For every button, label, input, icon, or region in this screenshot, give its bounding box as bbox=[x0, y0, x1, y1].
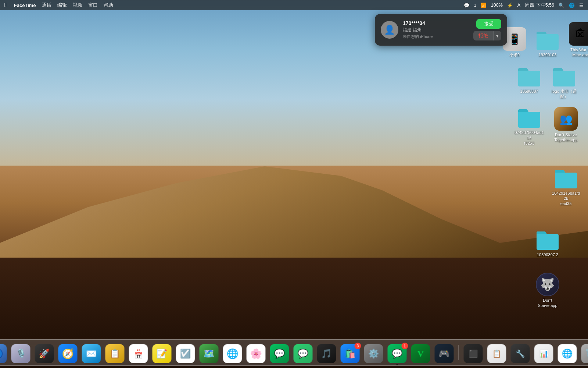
dock-dot-wechat bbox=[397, 364, 398, 365]
dock-item-siri[interactable]: 🎙️ bbox=[10, 342, 32, 363]
menubar-wifi-icon[interactable]: 📶 bbox=[481, 3, 487, 8]
dock-item-mail[interactable]: ✉️ bbox=[81, 342, 102, 363]
dock-item-steam[interactable]: 🎮 bbox=[434, 342, 455, 363]
accept-button[interactable]: 接受 bbox=[476, 19, 501, 29]
dock-item-wechat-moments[interactable]: 💬 bbox=[269, 342, 290, 363]
menubar-wechat-icon: 💬 bbox=[464, 3, 470, 8]
dock-item-tool2[interactable]: 📊 bbox=[533, 342, 555, 363]
wechat-badge: 1 bbox=[402, 343, 408, 349]
menubar-item-edit[interactable]: 编辑 bbox=[57, 2, 67, 8]
folder-19390103-label: 19390103 bbox=[539, 52, 557, 57]
dst-icon: 👥 bbox=[554, 107, 578, 131]
dock-item-system-preferences[interactable]: ⚙️ bbox=[363, 342, 384, 363]
xiaomi9-label: 小米9 bbox=[509, 52, 520, 57]
folder-logo-icon bbox=[552, 66, 576, 87]
desktop-icon-folder-logo[interactable]: logo 水印（适配） bbox=[549, 66, 579, 99]
dock-item-maps[interactable]: 🗺️ bbox=[198, 342, 220, 363]
dock-item-launchpad[interactable]: 🚀 bbox=[34, 342, 55, 363]
ds-label: Don't Starve.app bbox=[533, 298, 562, 308]
dock-item-wechat[interactable]: 💬 1 bbox=[387, 342, 408, 363]
menubar-charging-icon: ⚡ bbox=[507, 3, 513, 8]
menubar-menu-extras-icon[interactable]: ☰ bbox=[579, 3, 584, 8]
dock-item-appstore[interactable]: 🛍️ 3 bbox=[340, 342, 361, 363]
dock: 🔵 🎙️ 🚀 🧭 ✉️ 📋 14 📅 bbox=[0, 339, 588, 366]
menubar-wechat-badge: 1 bbox=[474, 3, 476, 7]
dock-item-finder[interactable]: 🔵 bbox=[0, 342, 8, 363]
menubar-item-help[interactable]: 帮助 bbox=[104, 2, 113, 8]
ds-icon: 🐺 bbox=[536, 273, 559, 296]
notification-content: 170****04 福建 福州 来自您的 iPhone bbox=[403, 20, 469, 39]
folder-10590307-icon bbox=[517, 66, 541, 87]
dock-item-music[interactable]: 🎵 bbox=[316, 342, 337, 363]
folder-logo-label: logo 水印（适配） bbox=[549, 89, 579, 99]
folder-164291-label: 164291e6ba1fd2bead35 bbox=[551, 191, 581, 206]
folder-19390103-icon bbox=[536, 29, 559, 51]
facetime-notification: 👤 170****04 福建 福州 来自您的 iPhone 接受 拒绝 ▾ bbox=[375, 14, 507, 46]
notification-buttons: 接受 拒绝 ▾ bbox=[473, 19, 501, 40]
desktop-icon-dst[interactable]: 👥 Don't StarveTogether.app bbox=[551, 107, 581, 143]
dock-item-reminders[interactable]: ☑️ bbox=[175, 342, 196, 363]
menubar-search-icon[interactable]: 🔍 bbox=[559, 3, 564, 8]
apple-logo-icon[interactable]:  bbox=[4, 2, 7, 8]
dock-item-tool[interactable]: 🔧 bbox=[510, 342, 531, 363]
menubar-battery: 100% bbox=[491, 3, 503, 8]
dock-item-notefile[interactable]: 📋 bbox=[104, 342, 126, 363]
desktop-icon-folder-19390103[interactable]: 19390103 bbox=[535, 29, 560, 57]
warmine-label: This War ofMine.app bbox=[570, 47, 588, 58]
dock-item-chrome2[interactable]: 🌐 bbox=[557, 342, 578, 363]
folder-164291-icon bbox=[554, 168, 578, 189]
decline-dropdown-button[interactable]: ▾ bbox=[493, 31, 501, 40]
dock-item-photos[interactable]: 🌸 bbox=[245, 342, 267, 363]
dock-separator bbox=[459, 345, 459, 360]
menubar-world-icon[interactable]: 🌐 bbox=[569, 3, 575, 8]
dst-label: Don't StarveTogether.app bbox=[554, 132, 578, 143]
notification-phone-number: 170****04 bbox=[403, 20, 469, 26]
folder-0742-label: 0742d75004ad116f3253 bbox=[514, 130, 544, 146]
menubar:  FaceTime 通话 编辑 视频 窗口 帮助 💬 1 📶 100% ⚡ A… bbox=[0, 0, 588, 10]
notification-avatar: 👤 bbox=[381, 21, 398, 39]
desktop-icon-folder-0742[interactable]: 0742d75004ad116f3253 bbox=[514, 107, 544, 206]
notification-source: 来自您的 iPhone bbox=[403, 34, 469, 39]
menubar-input-method[interactable]: A bbox=[517, 3, 520, 8]
desktop-icon-folder-10590307[interactable]: 10590307 bbox=[516, 66, 542, 99]
desktop-icon-warmine[interactable]: 🏚 This War ofMine.app bbox=[568, 22, 588, 58]
warmine-icon: 🏚 bbox=[569, 22, 588, 46]
dock-item-calendar[interactable]: 14 📅 bbox=[128, 342, 149, 363]
dock-item-vim[interactable]: V bbox=[410, 342, 431, 363]
decline-label: 拒绝 bbox=[478, 32, 488, 39]
dock-item-chrome[interactable]: 🌐 bbox=[222, 342, 243, 363]
notification-location: 福建 福州 bbox=[403, 27, 469, 33]
desktop:  FaceTime 通话 编辑 视频 窗口 帮助 💬 1 📶 100% ⚡ A… bbox=[0, 0, 588, 368]
folder-10590307-label: 10590307 bbox=[520, 89, 538, 94]
folder-0742-icon bbox=[517, 107, 541, 128]
menubar-item-window[interactable]: 窗口 bbox=[88, 2, 98, 8]
dock-item-trash[interactable]: 🗑️ bbox=[580, 342, 588, 363]
dock-item-notes[interactable]: 📝 bbox=[151, 342, 173, 363]
desktop-icon-folder-164291[interactable]: 164291e6ba1fd2bead35 bbox=[551, 168, 581, 206]
menubar-app-name[interactable]: FaceTime bbox=[14, 3, 36, 8]
desktop-icon-ds[interactable]: 🐺 Don't Starve.app bbox=[533, 273, 562, 308]
dock-item-messages[interactable]: 💬 bbox=[293, 342, 314, 363]
appstore-badge: 3 bbox=[355, 343, 361, 349]
decline-button[interactable]: 拒绝 bbox=[473, 31, 493, 40]
folder-10590307-2-icon bbox=[536, 229, 559, 251]
dock-item-safari[interactable]: 🧭 bbox=[57, 342, 79, 363]
desktop-icons-area: 📱 小米9 19390103 🏚 This War ofMine.app bbox=[511, 15, 584, 308]
menubar-item-call[interactable]: 通话 bbox=[42, 2, 51, 8]
menubar-item-video[interactable]: 视频 bbox=[73, 2, 82, 8]
dock-item-iterm1[interactable]: ⬛ bbox=[463, 342, 484, 363]
dock-item-list[interactable]: 📋 bbox=[486, 342, 508, 363]
desktop-icon-folder-10590307-2[interactable]: 10590307 2 bbox=[533, 229, 562, 257]
avatar-person-icon: 👤 bbox=[384, 25, 395, 35]
folder-10590307-2-label: 10590307 2 bbox=[537, 252, 558, 257]
menubar-datetime: 周四 下午5:56 bbox=[525, 2, 554, 8]
